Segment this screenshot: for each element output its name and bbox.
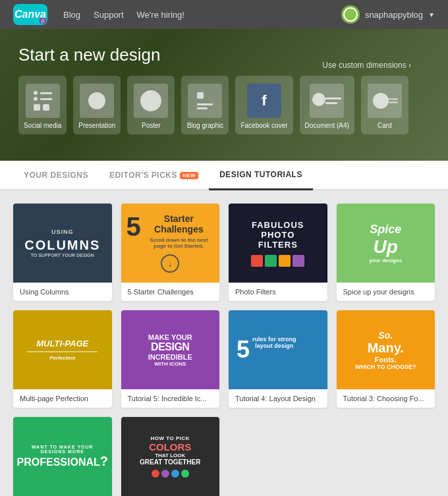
tutorial-label-icons: Tutorial 5: Incredible Ic...	[121, 389, 220, 408]
tutorial-card-starter[interactable]: 5 Starter Challenges Scroll down to the …	[121, 204, 220, 301]
tutorial-card-colors[interactable]: HOW TO PICK COLORS THAT LOOK GREAT TOGET…	[121, 417, 220, 496]
facebook-cover-icon: f	[247, 84, 281, 118]
card-icon	[368, 84, 402, 118]
design-type-document[interactable]: Document (A4)	[300, 76, 354, 134]
tutorials-grid: USING COLUMNS TO SUPPORT YOUR DESIGN Usi…	[13, 204, 435, 496]
tutorial-thumb-colors: HOW TO PICK COLORS THAT LOOK GREAT TOGET…	[121, 417, 220, 496]
tab-design-tutorials[interactable]: DESIGN TUTORIALS	[209, 161, 313, 190]
poster-label: Poster	[142, 122, 161, 129]
design-type-poster[interactable]: Poster	[127, 76, 175, 134]
tutorial-card-spice[interactable]: Spice Up your designs Spice up your desi…	[337, 204, 435, 301]
nav-support[interactable]: Support	[94, 10, 124, 20]
tab-editors-picks[interactable]: EDITOR'S PICKSNEW	[99, 161, 209, 189]
tutorial-label-multipage: Multi-page Perfection	[13, 389, 112, 408]
tutorials-section: USING COLUMNS TO SUPPORT YOUR DESIGN Usi…	[0, 190, 448, 496]
avatar	[341, 5, 360, 24]
presentation-icon	[80, 84, 114, 118]
tutorial-thumb-icons: MAKE YOUR DESIGN INCREDIBLE WITH ICONS	[121, 310, 220, 389]
tutorial-card-filters[interactable]: FABULOUS PHOTO FILTERS Photo Filters	[229, 204, 327, 301]
card-label: Card	[378, 122, 392, 129]
logo-beta-badge: β	[40, 18, 46, 24]
social-media-icon	[26, 84, 60, 118]
tutorial-card-fonts[interactable]: So. Many. Fonts. WHICH TO CHOOSE? Tutori…	[337, 310, 435, 408]
tutorial-label-fonts: Tutorial 3: Choosing Fo...	[337, 389, 435, 408]
new-badge: NEW	[180, 172, 198, 179]
blog-graphic-label: Blog graphic	[187, 122, 224, 129]
poster-icon	[134, 84, 168, 118]
avatar-image	[343, 7, 358, 22]
design-type-list: Social media Presentation Poster	[18, 76, 430, 148]
tutorial-card-professional[interactable]: WANT TO MAKE YOUR DESIGNS MORE PROFESSIO…	[13, 417, 112, 496]
main-nav: Blog Support We're hiring!	[63, 10, 325, 20]
tab-your-designs[interactable]: YOUR DESIGNS	[13, 161, 99, 189]
hero-section: Start a new design Use custom dimensions…	[0, 29, 448, 161]
tabs-bar: YOUR DESIGNS EDITOR'S PICKSNEW DESIGN TU…	[0, 161, 448, 190]
design-type-presentation[interactable]: Presentation	[73, 76, 121, 134]
user-dropdown-arrow: ▼	[428, 11, 435, 18]
tutorial-card-columns[interactable]: USING COLUMNS TO SUPPORT YOUR DESIGN Usi…	[13, 204, 112, 301]
document-icon	[310, 84, 344, 118]
tutorial-thumb-multipage: MULTI-PAGE Perfection	[13, 310, 112, 389]
tutorial-thumb-spice: Spice Up your designs	[337, 204, 435, 283]
nav-blog[interactable]: Blog	[63, 10, 80, 20]
tutorial-thumb-layout: 5 rules for strong layout design	[229, 310, 327, 389]
social-media-label: Social media	[24, 122, 61, 129]
tutorial-label-columns: Using Columns	[13, 283, 112, 301]
design-type-blog-graphic[interactable]: Blog graphic	[181, 76, 229, 134]
tutorial-card-multipage[interactable]: MULTI-PAGE Perfection Multi-page Perfect…	[13, 310, 112, 408]
presentation-label: Presentation	[78, 122, 115, 129]
tutorial-card-icons[interactable]: MAKE YOUR DESIGN INCREDIBLE WITH ICONS T…	[121, 310, 220, 408]
custom-dimensions-link[interactable]: Use custom dimensions	[322, 61, 411, 70]
tutorial-thumb-columns: USING COLUMNS TO SUPPORT YOUR DESIGN	[13, 204, 112, 283]
tutorial-thumb-professional: WANT TO MAKE YOUR DESIGNS MORE PROFESSIO…	[13, 417, 112, 496]
design-type-facebook-cover[interactable]: f Facebook cover	[235, 76, 293, 134]
blog-graphic-icon	[188, 84, 222, 118]
tutorial-label-spice: Spice up your designs	[337, 283, 435, 301]
tutorial-thumb-filters: FABULOUS PHOTO FILTERS	[229, 204, 327, 283]
user-menu[interactable]: snaphappyblog ▼	[341, 5, 435, 24]
tutorial-label-starter: 5 Starter Challenges	[121, 283, 220, 301]
username: snaphappyblog	[365, 10, 423, 20]
document-label: Document (A4)	[305, 122, 349, 129]
facebook-cover-label: Facebook cover	[240, 122, 287, 129]
canva-logo[interactable]: Canva β	[13, 4, 47, 25]
tutorial-card-layout[interactable]: 5 rules for strong layout design Tutoria…	[229, 310, 327, 408]
tutorial-label-layout: Tutorial 4: Layout Design	[229, 389, 327, 408]
tutorial-label-filters: Photo Filters	[229, 283, 327, 301]
design-type-card[interactable]: Card	[361, 76, 408, 134]
header: Canva β Blog Support We're hiring! snaph…	[0, 0, 448, 29]
design-type-social-media[interactable]: Social media	[18, 76, 67, 134]
tutorial-thumb-starter: 5 Starter Challenges Scroll down to the …	[121, 204, 220, 283]
tutorial-thumb-fonts: So. Many. Fonts. WHICH TO CHOOSE?	[337, 310, 435, 389]
nav-hiring[interactable]: We're hiring!	[137, 10, 184, 20]
